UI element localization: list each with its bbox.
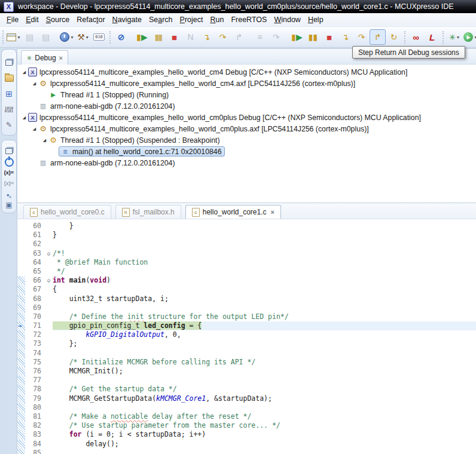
line-number[interactable]: 65 <box>25 267 45 276</box>
annotation-gutter[interactable] <box>17 312 25 321</box>
code-line-76[interactable]: 76 MCMGR_Init(); <box>17 367 476 376</box>
line-number[interactable]: 84 <box>25 440 45 449</box>
annotation-gutter[interactable] <box>17 240 25 249</box>
thread-cm0plus[interactable]: ◢⚙Thread #1 1 (Stopped) (Suspended : Bre… <box>17 134 476 146</box>
code-text[interactable] <box>53 349 476 358</box>
terminate-all-button[interactable]: ■ <box>321 29 337 45</box>
link-server-button[interactable]: ∞ <box>408 29 424 45</box>
code-text[interactable] <box>53 240 476 249</box>
menu-refactor[interactable]: Refactor <box>73 14 108 25</box>
line-number[interactable]: 71 <box>25 321 45 330</box>
peripherals-button[interactable]: ⊞ <box>2 86 16 102</box>
run-button[interactable]: ▶▾ <box>462 29 476 45</box>
annotation-gutter[interactable] <box>17 349 25 358</box>
code-line-80[interactable]: 80 <box>17 403 476 412</box>
menu-file[interactable]: File <box>3 14 22 25</box>
annotation-gutter[interactable] <box>17 421 25 430</box>
code-line-71[interactable]: →71 gpio_pin_config_t led_config = { <box>17 321 476 330</box>
menu-navigate[interactable]: Navigate <box>109 14 145 25</box>
symbol-viewer-button[interactable]: ✎ <box>2 117 16 133</box>
tab-hello_world_core0.c[interactable]: chello_world_core0.c <box>23 205 111 219</box>
line-number[interactable]: 69 <box>25 303 45 312</box>
axf-cm4[interactable]: ◢⚙lpcxpresso54114_multicore_examples_hel… <box>17 78 476 89</box>
code-line-62[interactable]: 62 <box>17 240 476 249</box>
skip-all-breakpoints-button[interactable]: ⊘ <box>113 29 129 45</box>
line-number[interactable]: 83 <box>25 430 45 439</box>
menu-project[interactable]: Project <box>176 14 207 25</box>
code-text[interactable] <box>53 449 476 454</box>
line-number[interactable]: 62 <box>25 240 45 249</box>
line-number[interactable]: 75 <box>25 358 45 367</box>
annotation-gutter[interactable] <box>17 385 25 394</box>
menu-help[interactable]: Help <box>304 14 327 25</box>
line-number[interactable]: 77 <box>25 376 45 385</box>
code-line-67[interactable]: 67{ <box>17 285 476 294</box>
expander-icon[interactable]: ◢ <box>21 70 28 75</box>
menu-source[interactable]: Source <box>42 14 74 25</box>
annotation-gutter[interactable] <box>17 394 25 403</box>
menu-search[interactable]: Search <box>145 14 176 25</box>
fold-minus-icon[interactable]: ⊖ <box>45 276 53 285</box>
annotation-gutter[interactable] <box>17 449 25 454</box>
code-text[interactable]: MCMGR_GetStartupData(kMCMGR_Core1, &star… <box>53 394 476 403</box>
new-wizard-button[interactable]: ▾ <box>5 29 22 45</box>
code-text[interactable]: uint32_t startupData, i; <box>53 295 476 303</box>
binary-file-button[interactable]: 010 <box>91 29 107 45</box>
dropdown-arrow-icon[interactable]: ▾ <box>17 35 20 40</box>
annotation-gutter[interactable] <box>17 412 25 421</box>
code-text[interactable]: } <box>53 231 476 240</box>
code-text[interactable]: MCMGR_Init(); <box>53 367 476 376</box>
code-editor[interactable]: 60 }61}6263⊖/*!64 * @brief Main function… <box>17 219 476 454</box>
fold-minus-icon[interactable]: ⊖ <box>45 249 53 258</box>
line-number[interactable]: 79 <box>25 394 45 403</box>
variables-button[interactable]: (x)= <box>2 167 16 178</box>
dropdown-arrow-icon[interactable]: ▾ <box>71 35 73 40</box>
code-text[interactable] <box>53 376 476 385</box>
code-text[interactable]: /*! <box>53 249 476 258</box>
annotation-gutter[interactable] <box>17 295 25 303</box>
line-number[interactable]: 63 <box>25 249 45 258</box>
step-over-button[interactable]: ↷ <box>215 29 231 45</box>
dropdown-arrow-icon[interactable]: ▾ <box>86 35 89 40</box>
line-number[interactable]: 76 <box>25 367 45 376</box>
code-text[interactable]: /* Get the startup data */ <box>53 385 476 394</box>
line-number[interactable]: 70 <box>25 312 45 321</box>
annotation-gutter[interactable] <box>17 376 25 385</box>
outline-button[interactable]: ▣ <box>2 200 16 210</box>
line-number[interactable]: 80 <box>25 403 45 412</box>
launch-cm4[interactable]: ◢Xlpcxpresso54114_multicore_examples_hel… <box>17 66 476 78</box>
line-number[interactable]: 67 <box>25 285 45 294</box>
resume-all-button[interactable]: ▮▶ <box>289 29 305 45</box>
code-line-77[interactable]: 77 <box>17 376 476 385</box>
annotation-gutter[interactable] <box>17 339 25 348</box>
expander-icon[interactable]: ◢ <box>41 138 48 143</box>
annotation-gutter[interactable] <box>17 330 25 339</box>
code-line-82[interactable]: 82 /* Use startup parameter from the mas… <box>17 421 476 430</box>
annotation-gutter[interactable] <box>17 258 25 267</box>
gdb-cm0plus[interactable]: ▥arm-none-eabi-gdb (7.12.0.20161204) <box>17 157 476 168</box>
code-line-83[interactable]: 83 for (i = 0; i < startupData; i++) <box>17 430 476 439</box>
debug-button[interactable]: ✳▾ <box>446 29 462 45</box>
selected-frame[interactable]: ≡main() at hello_world_core1.c:71 0x2001… <box>59 146 225 157</box>
code-line-78[interactable]: 78 /* Get the startup data */ <box>17 385 476 394</box>
code-line-74[interactable]: 74 <box>17 349 476 358</box>
code-line-63[interactable]: 63⊖/*! <box>17 249 476 258</box>
code-text[interactable]: /* Make a noticable delay after the rese… <box>53 412 476 421</box>
tab-debug[interactable]: Debug <box>21 50 68 65</box>
line-number[interactable]: 73 <box>25 339 45 348</box>
line-number[interactable]: 68 <box>25 295 45 303</box>
code-text[interactable]: /* Define the init structure for the out… <box>53 312 476 321</box>
line-number[interactable]: 74 <box>25 349 45 358</box>
line-number[interactable]: 60 <box>25 222 45 231</box>
quickstart-panel-button[interactable] <box>2 157 16 167</box>
launch-cm0plus[interactable]: ◢Xlpcxpresso54114_multicore_examples_hel… <box>17 112 476 123</box>
line-number[interactable]: 85 <box>25 449 45 454</box>
breakpoints-button[interactable] <box>2 189 16 200</box>
code-text[interactable]: }; <box>53 339 476 348</box>
registers-button[interactable]: 1010 0101 <box>2 102 16 117</box>
code-text[interactable]: kGPIO_DigitalOutput, 0, <box>53 330 476 339</box>
annotation-gutter[interactable] <box>17 440 25 449</box>
annotation-gutter[interactable] <box>17 358 25 367</box>
tab-hello_world_core1.c[interactable]: chello_world_core1.c× <box>185 205 281 219</box>
code-text[interactable]: /* Initialize MCMGR before calling its A… <box>53 358 476 367</box>
